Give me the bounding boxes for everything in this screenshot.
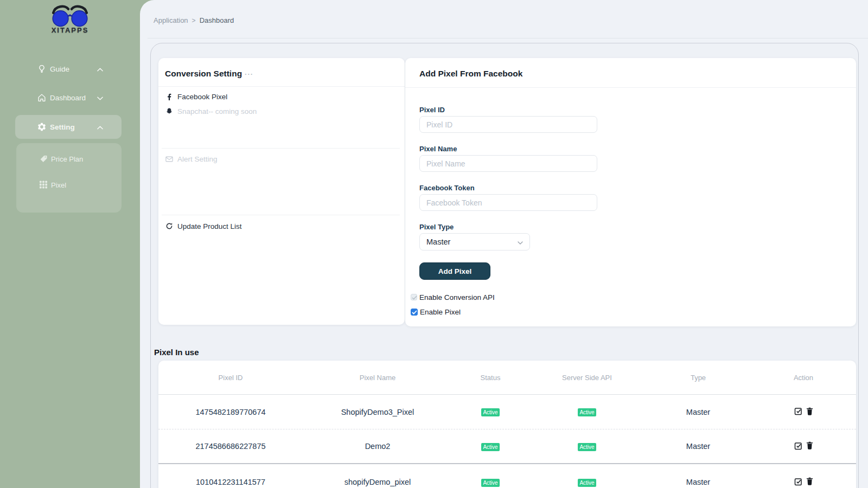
divider: [162, 215, 400, 215]
facebook-pixel-link[interactable]: Facebook Pixel: [165, 92, 227, 101]
breadcrumb-current[interactable]: Dashboard: [200, 16, 234, 24]
column-header-status: Status: [452, 374, 528, 382]
dashboard-panel: Conversion Setting··· Facebook Pixel Sna…: [150, 43, 859, 488]
trash-icon[interactable]: [806, 477, 813, 487]
sidebar-item-setting[interactable]: Setting: [15, 115, 122, 139]
table-body: 1475482189770674ShopifyDemo3_PixelActive…: [158, 395, 856, 488]
app-logo: XITAPPS: [0, 3, 140, 34]
sidebar-item-label: Price Plan: [51, 155, 83, 163]
conversion-api-checkbox[interactable]: [411, 294, 417, 300]
pixel-type-label: Pixel Type: [419, 223, 454, 231]
cell-type: Master: [646, 408, 751, 416]
divider: [158, 86, 405, 87]
checkbox-label: Enable Conversion API: [419, 293, 495, 301]
glasses-logo-icon: [48, 3, 92, 28]
cell-action: [751, 477, 856, 487]
cell-action: [751, 407, 856, 417]
sidebar: XITAPPS Guide Dashboard Setting: [0, 0, 140, 488]
pixel-id-label: Pixel ID: [419, 106, 445, 114]
table-row: 1010412231141577shopifyDemo_pixelActiveA…: [158, 464, 856, 488]
sidebar-item-label: Setting: [50, 123, 75, 131]
status-badge: Active: [481, 408, 499, 416]
divider: [405, 87, 856, 88]
cell-status: Active: [452, 407, 528, 416]
table-row: 2174586686227875Demo2ActiveActiveMaster: [158, 429, 856, 464]
envelope-icon: [165, 155, 174, 163]
checkbox-label: Enable Pixel: [420, 308, 461, 316]
table-header-row: Pixel ID Pixel Name Status Server Side A…: [158, 361, 856, 395]
cell-server-side-api: Active: [528, 407, 646, 416]
column-header-pixel-name: Pixel Name: [303, 374, 452, 382]
snapchat-link: Snapchat-- coming soon: [165, 106, 257, 116]
status-badge: Active: [481, 479, 499, 487]
sidebar-item-label: Dashboard: [50, 94, 86, 102]
ellipsis-icon: ···: [245, 70, 253, 78]
edit-check-square-icon[interactable]: [794, 477, 803, 487]
conversion-item-label: Facebook Pixel: [177, 93, 227, 101]
cell-status: Active: [452, 478, 528, 487]
edit-check-square-icon[interactable]: [794, 407, 803, 417]
api-status-badge: Active: [578, 443, 596, 451]
cell-pixel-id: 1010412231141577: [158, 478, 303, 486]
header-divider: [148, 38, 868, 38]
grid-icon: [39, 181, 48, 190]
sidebar-item-dashboard[interactable]: Dashboard: [15, 87, 122, 108]
api-status-badge: Active: [578, 479, 596, 487]
sidebar-item-pixel[interactable]: Pixel: [16, 175, 122, 195]
add-pixel-button[interactable]: Add Pixel: [419, 262, 490, 280]
trash-icon[interactable]: [806, 407, 813, 417]
cell-pixel-id: 1475482189770674: [158, 408, 303, 416]
table-row: 1475482189770674ShopifyDemo3_PixelActive…: [158, 395, 856, 429]
cell-type: Master: [646, 442, 751, 451]
sidebar-item-guide[interactable]: Guide: [15, 58, 122, 80]
column-header-pixel-id: Pixel ID: [158, 374, 303, 382]
trash-icon[interactable]: [806, 441, 813, 451]
refresh-icon: [165, 222, 174, 230]
card-title: Add Pixel From Facebook: [419, 69, 522, 79]
chevron-up-icon: [97, 64, 103, 74]
gear-icon: [37, 122, 47, 132]
update-product-list-button[interactable]: Update Product List: [165, 221, 242, 231]
enable-pixel-checkbox-row[interactable]: Enable Pixel: [411, 307, 461, 316]
conversion-item-label: Snapchat-- coming soon: [177, 107, 257, 115]
enable-conversion-api-checkbox-row[interactable]: Enable Conversion API: [411, 293, 495, 301]
card-title: Conversion Setting···: [165, 69, 253, 79]
pixel-id-input[interactable]: [419, 116, 597, 133]
cell-pixel-name: shopifyDemo_pixel: [303, 478, 452, 486]
add-pixel-card: Add Pixel From Facebook Pixel ID Pixel N…: [405, 58, 856, 326]
lightbulb-icon: [37, 64, 47, 74]
cell-status: Active: [452, 442, 528, 451]
status-badge: Active: [481, 443, 499, 451]
pixel-name-input[interactable]: [419, 155, 597, 172]
chevron-down-icon: [97, 93, 103, 102]
pixel-in-use-title: Pixel In use: [154, 348, 199, 357]
pixel-type-select[interactable]: Master: [419, 233, 530, 251]
column-header-type: Type: [646, 374, 751, 382]
logo-text: XITAPPS: [52, 26, 89, 34]
cell-pixel-name: ShopifyDemo3_Pixel: [303, 408, 452, 416]
api-status-badge: Active: [578, 408, 596, 416]
conversion-item-label: Update Product List: [177, 222, 242, 230]
facebook-token-input[interactable]: [419, 194, 597, 211]
sidebar-item-label: Guide: [50, 65, 69, 73]
tag-icon: [39, 155, 48, 164]
breadcrumb: Application>Dashboard: [154, 16, 234, 24]
sidebar-item-price-plan[interactable]: Price Plan: [16, 149, 122, 169]
enable-pixel-checkbox[interactable]: [411, 309, 418, 316]
setting-submenu: Price Plan Pixel: [16, 143, 122, 213]
column-header-action: Action: [751, 374, 856, 382]
cell-server-side-api: Active: [528, 442, 646, 451]
chevron-down-icon: [518, 237, 523, 247]
cell-server-side-api: Active: [528, 478, 646, 487]
cell-action: [751, 441, 856, 452]
facebook-icon: [165, 92, 174, 101]
edit-check-square-icon[interactable]: [794, 441, 803, 452]
chevron-up-icon: [97, 122, 103, 132]
cell-type: Master: [646, 478, 751, 486]
snapchat-ghost-icon: [165, 107, 174, 115]
main-content: Application>Dashboard Conversion Setting…: [140, 0, 868, 488]
column-header-server-side-api: Server Side API: [528, 374, 646, 382]
facebook-token-label: Facebook Token: [419, 184, 475, 192]
breadcrumb-parent[interactable]: Application: [154, 16, 188, 24]
pixel-table-card: Pixel ID Pixel Name Status Server Side A…: [158, 361, 856, 488]
